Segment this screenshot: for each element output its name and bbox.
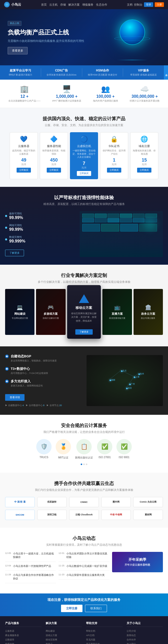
footer-link-31[interactable]: 新闻动态	[127, 634, 163, 637]
product-unit-2: 元/月	[72, 166, 96, 169]
footer-link-10[interactable]: 网站建设	[46, 629, 82, 633]
stat-0: 🏢 12 + 在北京新建数据中心内产品——	[8, 85, 41, 103]
news-item-3[interactable]: 12-01 小鸟云技术团队分享云计算最佳实践经验	[58, 552, 109, 562]
footer-link-30[interactable]: 公司介绍	[127, 629, 163, 633]
footer-link-12[interactable]: 移动互联网	[46, 638, 82, 641]
product-card-4[interactable]: 🌐 域名注册 海量域名快速注册、价格实惠 15 元/月 立即购买	[130, 132, 158, 179]
product-card-2[interactable]: 🔵 云虚拟主机 一键部署网站、安全稳定、简单易用，适合个人及企业建站 7 元/月…	[70, 132, 98, 179]
orb-sphere	[119, 19, 145, 45]
news-title: 小鸟云动态	[5, 535, 163, 541]
footer-link-22[interactable]: 常见问题	[86, 638, 123, 641]
industry-card-0[interactable]: 💻 网站建设 专业网站建设方案	[5, 289, 34, 335]
news-featured-card[interactable]: 开年采购季 开年大促云服务器特惠	[112, 552, 163, 572]
quality-more-button[interactable]: 了解更多	[5, 250, 24, 256]
footer-col-title-0: 产品与服务	[5, 621, 42, 627]
featured-card-title: 移动云方案	[76, 306, 92, 310]
footer-link-23[interactable]: 产品更新日志	[86, 642, 123, 644]
product-icon-1: 🔷	[42, 136, 66, 143]
logo-icon	[4, 2, 10, 7]
quick-link-3[interactable]: VIP服务 带宽保障·多线路·超低延迟	[123, 68, 164, 77]
server-tall-block	[82, 224, 100, 232]
featured-card-button[interactable]: 了解更多	[75, 329, 93, 335]
product-buy-3[interactable]: 立即购买	[107, 168, 121, 173]
login-button[interactable]: 登录	[144, 2, 153, 7]
footer-link-33[interactable]: 加入我们	[127, 642, 163, 644]
quick-link-2[interactable]: HSM合作 独享HSM·灵活配置·快速交付	[82, 68, 123, 77]
nav-solution[interactable]: 解决方案	[68, 3, 80, 7]
product-buy-4[interactable]: 立即购买	[137, 168, 151, 173]
compliance-icon-4: ✅	[116, 439, 132, 454]
network-feature-0: 自建动态BGP 多运营商网络接入，智能路由，保障访问速度	[5, 354, 81, 362]
nav-addon[interactable]: 增值服务	[82, 3, 93, 7]
featured-card-desc: 移动互联网专属定制云解决方案，灵活扩展，按需使用，降低成本	[71, 312, 97, 329]
quick-link-0[interactable]: 超算平台云学习 弹性扩展·超强计算能力	[0, 68, 41, 77]
cta-register-button[interactable]: 立即注册	[61, 605, 82, 612]
quality-stat-0: 服务可用性 99.99%	[5, 212, 75, 220]
product-card-3[interactable]: 🔒 SSL证书 保护网站安全、提升用户信任 1 元/月 立即购买	[100, 132, 128, 179]
server-tall-block	[120, 224, 138, 232]
industry-card-1[interactable]: 🎮 多游戏方案 游戏行业解决方案	[36, 289, 65, 335]
product-buy-0[interactable]: 立即购买	[17, 168, 31, 173]
orb-glow-line	[117, 60, 148, 60]
product-card-0[interactable]: 💙 云服务器 超高性能、稳定可靠的云服务器 49 元/月 立即购买	[10, 132, 38, 179]
server-block	[95, 214, 106, 218]
stat-num-1: 1,000,000 +	[52, 94, 81, 99]
industry-card-4[interactable]: 🏛️ 政务云方案 政企专属云服务	[134, 289, 163, 335]
network-detail-button[interactable]: 查看详情	[5, 394, 25, 401]
footer-col-3: 关于小鸟云 公司介绍 新闻动态 合作伙伴 加入我们 联系我们	[127, 621, 163, 644]
stats-bar: 🏢 12 + 在北京新建数据中心内产品—— 🖥️ 1,000,000 + IPP…	[0, 80, 168, 108]
logo[interactable]: 小鸟云	[4, 2, 21, 7]
nav-cloud[interactable]: 云主机	[49, 3, 58, 7]
news-item-5[interactable]: 11-20 小鸟云荣获年度最佳云服务商大奖	[58, 573, 109, 580]
quick-link-1[interactable]: CDN广告 全球加速·快速回源·抗击DDos	[41, 68, 82, 77]
compliance-item-3: ✅ ISO 27001	[97, 439, 112, 459]
dot-0	[81, 464, 82, 465]
server-block	[120, 214, 132, 218]
product-buy-1[interactable]: 立即购买	[47, 168, 61, 173]
network-feature-1: T3+数据中心 高可用数据中心，7×24小时运维保障	[5, 367, 81, 375]
hero-cta-button[interactable]: 查看更多	[8, 47, 28, 54]
news-img-0: 开年采购季 开年大促云服务器特惠	[112, 552, 163, 572]
nav-storage[interactable]: 存储	[60, 3, 66, 7]
stat-2: 👥 100,000 + 海内外用户选择我们服务	[93, 85, 118, 103]
news-item-4[interactable]: 11-25 小鸟云数据中心完成新一轮扩容升级	[58, 564, 109, 571]
product-buy-2[interactable]: 立即购买	[77, 171, 91, 176]
footer-col-1: 解决方案 网站建设 游戏云方案 移动互联网 政务云 直播解决方案	[46, 621, 82, 644]
footer-link-01[interactable]: 裸金属服务器	[5, 634, 42, 637]
industry-card-3[interactable]: 📺 直播方案 高清直播传输方案	[102, 289, 132, 335]
quality-image	[80, 211, 163, 257]
footer-link-00[interactable]: 云服务器	[5, 629, 42, 633]
quality-dot-1	[5, 227, 7, 229]
nav-console[interactable]: 控制台	[134, 3, 142, 7]
logo-text: 小鸟云	[11, 2, 21, 7]
product-name-0: 云服务器	[12, 144, 35, 148]
footer-link-32[interactable]: 合作伙伴	[127, 638, 163, 641]
nav-home[interactable]: 首页	[41, 3, 47, 7]
footer-link-13[interactable]: 政务云	[46, 642, 82, 644]
news-item-2[interactable]: 11-28 小鸟云与多家合作伙伴签署战略合作协议	[5, 573, 56, 583]
svg-line-3	[134, 373, 138, 376]
net-tag-2: ▶ 全球节点 20	[46, 404, 62, 407]
footer-link-20[interactable]: 帮助文档	[86, 629, 123, 633]
compliance-title: 安全合规的云计算服务	[5, 422, 163, 429]
compliance-item-1: 🏅 MIIT认证	[56, 439, 71, 459]
hero-content: 新品上线 负载均衡产品正式上线 无需额外小故此双独特向端的负载服务,提升应用系统…	[8, 20, 84, 54]
product-price-3: 1	[102, 157, 126, 163]
register-button[interactable]: 注册	[155, 2, 164, 7]
navigation: 小鸟云 首页 云主机 存储 解决方案 增值服务 生态合作 文档 控制台 登录 注…	[0, 0, 168, 9]
news-item-1[interactable]: 12-04 小鸟云发布新一代智能弹性IP产品	[5, 564, 56, 571]
footer-link-21[interactable]: API文档	[86, 634, 123, 637]
product-card-1[interactable]: 🔷 服务器性能 独享服务器资源、性能强劲 450 元/月 立即购买	[40, 132, 68, 179]
news-item-0[interactable]: 12-05 小鸟云双十一超级大促，云主机超低惊爆价	[5, 552, 56, 562]
footer-link-11[interactable]: 游戏云方案	[46, 634, 82, 637]
footer-link-02[interactable]: 云数据库	[5, 638, 42, 641]
cta-contact-button[interactable]: 联系我们	[85, 605, 107, 612]
footer-col-title-2: 帮助支持	[86, 621, 123, 627]
industry-card-featured[interactable]: 移动云方案 移动互联网专属定制云解决方案，灵活扩展，按需使用，降低成本 了解更多	[67, 285, 101, 339]
nav-docs[interactable]: 文档	[127, 3, 133, 7]
footer-link-03[interactable]: 负载均衡	[5, 642, 42, 644]
industry-card-1-overlay: 🎮 多游戏方案 游戏行业解决方案	[36, 289, 65, 335]
nav-eco[interactable]: 生态合作	[96, 3, 107, 7]
partner-4: Comix 允击云商	[133, 497, 163, 507]
partner-0: 中 国 联 通	[5, 497, 35, 507]
